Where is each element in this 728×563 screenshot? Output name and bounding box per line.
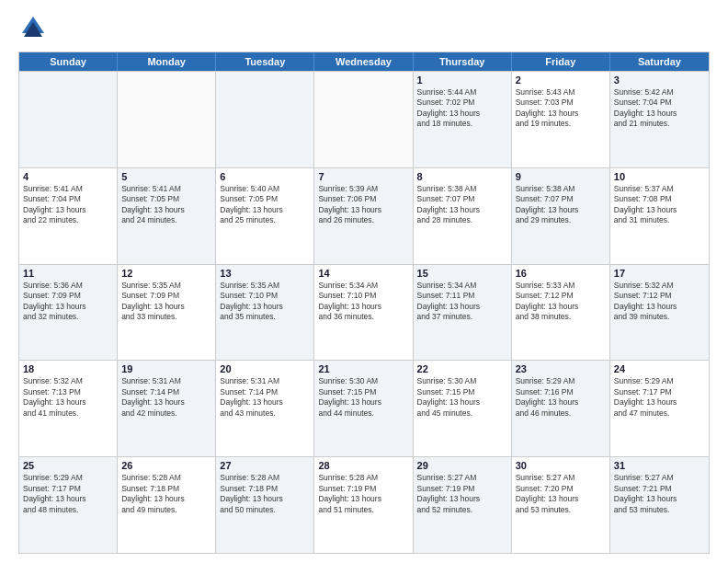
day-info: Sunrise: 5:31 AM Sunset: 7:14 PM Dayligh…	[121, 376, 211, 419]
day-info: Sunrise: 5:31 AM Sunset: 7:14 PM Dayligh…	[220, 376, 310, 419]
day-cell-21: 21Sunrise: 5:30 AM Sunset: 7:15 PM Dayli…	[314, 361, 413, 456]
day-header-tuesday: Tuesday	[216, 52, 314, 71]
day-cell-5: 5Sunrise: 5:41 AM Sunset: 7:05 PM Daylig…	[118, 168, 216, 264]
day-cell-4: 4Sunrise: 5:41 AM Sunset: 7:04 PM Daylig…	[19, 168, 118, 264]
calendar-body: 1Sunrise: 5:44 AM Sunset: 7:02 PM Daylig…	[19, 71, 709, 553]
day-info: Sunrise: 5:28 AM Sunset: 7:19 PM Dayligh…	[318, 473, 408, 515]
day-number: 24	[614, 363, 705, 374]
day-info: Sunrise: 5:41 AM Sunset: 7:04 PM Dayligh…	[23, 184, 113, 226]
day-number: 16	[516, 268, 606, 279]
day-number: 29	[417, 460, 507, 471]
calendar-row-3: 11Sunrise: 5:36 AM Sunset: 7:09 PM Dayli…	[19, 264, 709, 361]
day-number: 22	[417, 363, 507, 374]
day-number: 25	[23, 460, 113, 471]
day-cell-19: 19Sunrise: 5:31 AM Sunset: 7:14 PM Dayli…	[118, 361, 216, 456]
calendar-row-4: 18Sunrise: 5:32 AM Sunset: 7:13 PM Dayli…	[19, 360, 709, 456]
day-cell-3: 3Sunrise: 5:42 AM Sunset: 7:04 PM Daylig…	[610, 72, 709, 167]
day-header-friday: Friday	[512, 52, 610, 71]
day-number: 15	[417, 268, 507, 279]
day-info: Sunrise: 5:32 AM Sunset: 7:12 PM Dayligh…	[614, 281, 705, 323]
day-cell-20: 20Sunrise: 5:31 AM Sunset: 7:14 PM Dayli…	[216, 361, 314, 456]
day-cell-17: 17Sunrise: 5:32 AM Sunset: 7:12 PM Dayli…	[610, 265, 709, 361]
day-cell-15: 15Sunrise: 5:34 AM Sunset: 7:11 PM Dayli…	[414, 265, 512, 361]
day-header-sunday: Sunday	[19, 52, 118, 71]
day-number: 3	[614, 75, 705, 86]
day-number: 1	[417, 75, 507, 86]
day-info: Sunrise: 5:41 AM Sunset: 7:05 PM Dayligh…	[121, 184, 211, 226]
day-info: Sunrise: 5:28 AM Sunset: 7:18 PM Dayligh…	[220, 473, 310, 515]
day-cell-11: 11Sunrise: 5:36 AM Sunset: 7:09 PM Dayli…	[19, 265, 118, 361]
day-cell-1: 1Sunrise: 5:44 AM Sunset: 7:02 PM Daylig…	[414, 72, 512, 167]
day-cell-27: 27Sunrise: 5:28 AM Sunset: 7:18 PM Dayli…	[216, 457, 314, 553]
day-number: 28	[318, 460, 408, 471]
empty-cell	[314, 72, 413, 167]
day-info: Sunrise: 5:35 AM Sunset: 7:09 PM Dayligh…	[121, 281, 211, 323]
day-info: Sunrise: 5:44 AM Sunset: 7:02 PM Dayligh…	[417, 87, 507, 130]
day-info: Sunrise: 5:28 AM Sunset: 7:18 PM Dayligh…	[121, 473, 211, 515]
page: SundayMondayTuesdayWednesdayThursdayFrid…	[0, 0, 728, 563]
day-cell-29: 29Sunrise: 5:27 AM Sunset: 7:19 PM Dayli…	[414, 457, 512, 553]
day-number: 12	[121, 268, 211, 279]
day-number: 13	[220, 268, 310, 279]
day-cell-9: 9Sunrise: 5:38 AM Sunset: 7:07 PM Daylig…	[512, 168, 610, 264]
day-cell-24: 24Sunrise: 5:29 AM Sunset: 7:17 PM Dayli…	[610, 361, 709, 456]
day-number: 11	[23, 268, 113, 279]
day-info: Sunrise: 5:29 AM Sunset: 7:16 PM Dayligh…	[516, 376, 606, 419]
day-cell-16: 16Sunrise: 5:33 AM Sunset: 7:12 PM Dayli…	[512, 265, 610, 361]
day-cell-10: 10Sunrise: 5:37 AM Sunset: 7:08 PM Dayli…	[610, 168, 709, 264]
day-cell-26: 26Sunrise: 5:28 AM Sunset: 7:18 PM Dayli…	[118, 457, 216, 553]
day-number: 9	[516, 171, 606, 182]
day-number: 21	[318, 363, 408, 374]
day-number: 19	[121, 363, 211, 374]
day-number: 2	[516, 75, 606, 86]
day-cell-7: 7Sunrise: 5:39 AM Sunset: 7:06 PM Daylig…	[314, 168, 413, 264]
day-info: Sunrise: 5:27 AM Sunset: 7:20 PM Dayligh…	[516, 473, 606, 515]
day-cell-25: 25Sunrise: 5:29 AM Sunset: 7:17 PM Dayli…	[19, 457, 118, 553]
day-cell-13: 13Sunrise: 5:35 AM Sunset: 7:10 PM Dayli…	[216, 265, 314, 361]
day-info: Sunrise: 5:40 AM Sunset: 7:05 PM Dayligh…	[220, 184, 310, 226]
day-cell-14: 14Sunrise: 5:34 AM Sunset: 7:10 PM Dayli…	[314, 265, 413, 361]
day-cell-12: 12Sunrise: 5:35 AM Sunset: 7:09 PM Dayli…	[118, 265, 216, 361]
day-number: 26	[121, 460, 211, 471]
day-info: Sunrise: 5:27 AM Sunset: 7:21 PM Dayligh…	[614, 473, 705, 515]
day-info: Sunrise: 5:37 AM Sunset: 7:08 PM Dayligh…	[614, 184, 705, 226]
day-number: 31	[614, 460, 705, 471]
day-number: 20	[220, 363, 310, 374]
day-cell-8: 8Sunrise: 5:38 AM Sunset: 7:07 PM Daylig…	[414, 168, 512, 264]
day-info: Sunrise: 5:36 AM Sunset: 7:09 PM Dayligh…	[23, 281, 113, 323]
day-cell-30: 30Sunrise: 5:27 AM Sunset: 7:20 PM Dayli…	[512, 457, 610, 553]
day-number: 8	[417, 171, 507, 182]
day-info: Sunrise: 5:29 AM Sunset: 7:17 PM Dayligh…	[23, 473, 113, 515]
day-number: 17	[614, 268, 705, 279]
calendar-header: SundayMondayTuesdayWednesdayThursdayFrid…	[19, 52, 709, 71]
day-number: 18	[23, 363, 113, 374]
day-info: Sunrise: 5:43 AM Sunset: 7:03 PM Dayligh…	[516, 87, 606, 130]
day-info: Sunrise: 5:30 AM Sunset: 7:15 PM Dayligh…	[417, 376, 507, 419]
day-cell-28: 28Sunrise: 5:28 AM Sunset: 7:19 PM Dayli…	[314, 457, 413, 553]
calendar-row-2: 4Sunrise: 5:41 AM Sunset: 7:04 PM Daylig…	[19, 167, 709, 264]
day-info: Sunrise: 5:39 AM Sunset: 7:06 PM Dayligh…	[318, 184, 408, 226]
day-cell-22: 22Sunrise: 5:30 AM Sunset: 7:15 PM Dayli…	[414, 361, 512, 456]
calendar-row-1: 1Sunrise: 5:44 AM Sunset: 7:02 PM Daylig…	[19, 71, 709, 167]
day-number: 23	[516, 363, 606, 374]
calendar-row-5: 25Sunrise: 5:29 AM Sunset: 7:17 PM Dayli…	[19, 456, 709, 553]
day-cell-2: 2Sunrise: 5:43 AM Sunset: 7:03 PM Daylig…	[512, 72, 610, 167]
day-info: Sunrise: 5:32 AM Sunset: 7:13 PM Dayligh…	[23, 376, 113, 419]
day-header-thursday: Thursday	[414, 52, 512, 71]
day-number: 6	[220, 171, 310, 182]
header	[18, 15, 710, 44]
day-number: 27	[220, 460, 310, 471]
day-info: Sunrise: 5:38 AM Sunset: 7:07 PM Dayligh…	[516, 184, 606, 226]
day-info: Sunrise: 5:35 AM Sunset: 7:10 PM Dayligh…	[220, 281, 310, 323]
day-info: Sunrise: 5:34 AM Sunset: 7:11 PM Dayligh…	[417, 281, 507, 323]
day-header-wednesday: Wednesday	[314, 52, 413, 71]
day-number: 4	[23, 171, 113, 182]
day-info: Sunrise: 5:27 AM Sunset: 7:19 PM Dayligh…	[417, 473, 507, 515]
day-number: 5	[121, 171, 211, 182]
day-cell-23: 23Sunrise: 5:29 AM Sunset: 7:16 PM Dayli…	[512, 361, 610, 456]
empty-cell	[19, 72, 118, 167]
day-info: Sunrise: 5:34 AM Sunset: 7:10 PM Dayligh…	[318, 281, 408, 323]
day-cell-31: 31Sunrise: 5:27 AM Sunset: 7:21 PM Dayli…	[610, 457, 709, 553]
day-header-monday: Monday	[118, 52, 216, 71]
day-number: 10	[614, 171, 705, 182]
